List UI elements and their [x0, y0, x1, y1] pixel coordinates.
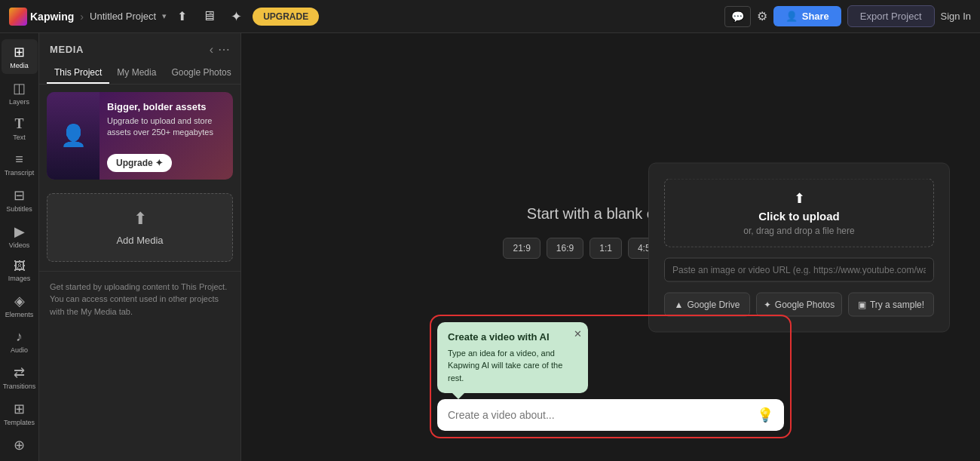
monitor-icon[interactable]: 🖥 [198, 5, 220, 27]
sidebar-item-transcript[interactable]: ≡ Transcript [2, 147, 38, 181]
add-media-label: Add Media [116, 235, 163, 246]
magic-wand-icon[interactable]: ✦ [226, 5, 247, 28]
upgrade-card: 👤 Bigger, bolder assets Upgrade to uploa… [47, 92, 233, 180]
templates-icon: ⊞ [14, 401, 25, 417]
sidebar-item-more[interactable]: ⊕ [2, 432, 38, 458]
ai-input-area: 💡 [437, 399, 784, 431]
google-drive-icon: ▲ [675, 299, 684, 309]
text-icon: T [14, 116, 23, 132]
share-label: Share [802, 11, 829, 22]
ai-bulb-button[interactable]: 💡 [757, 407, 773, 423]
sidebar-item-audio-label: Audio [11, 346, 28, 354]
aspect-btn-1-1[interactable]: 1:1 [590, 238, 622, 259]
panel-header: MEDIA ‹ ⋯ [39, 33, 240, 63]
sidebar-item-transitions-label: Transitions [3, 383, 36, 390]
media-panel: MEDIA ‹ ⋯ This Project My Media Google P… [39, 33, 241, 461]
project-name[interactable]: Untitled Project [90, 11, 156, 22]
more-icon: ⊕ [14, 437, 25, 453]
transcript-icon: ≡ [15, 152, 23, 167]
upgrade-card-content: Bigger, bolder assets Upgrade to upload … [100, 92, 233, 148]
videos-icon: ▶ [14, 223, 25, 240]
upgrade-card-image: 👤 [47, 92, 100, 180]
upload-dropzone[interactable]: ⬆ Click to upload or, drag and drop a fi… [664, 178, 934, 247]
sidebar-item-media-label: Media [10, 62, 29, 69]
upgrade-button[interactable]: UPGRADE [253, 8, 319, 26]
sidebar-item-templates-label: Templates [4, 419, 35, 426]
upload-title: Click to upload [758, 209, 840, 222]
ai-tooltip-desc: Type an idea for a video, and Kapwing AI… [448, 347, 577, 385]
panel-hint: Get started by uploading content to This… [39, 275, 240, 324]
try-sample-label: Try a sample! [870, 299, 924, 309]
url-input[interactable] [664, 257, 934, 281]
panel-tabs: This Project My Media Google Photos [39, 63, 240, 85]
sidebar-item-elements[interactable]: ◈ Elements [2, 288, 38, 323]
sidebar-item-layers-label: Layers [9, 98, 29, 106]
tab-google-photos[interactable]: Google Photos [164, 63, 238, 84]
upload-panel: ⬆ Click to upload or, drag and drop a fi… [648, 162, 950, 332]
aspect-btn-21-9[interactable]: 21:9 [503, 238, 540, 259]
aspect-btn-16-9[interactable]: 16:9 [547, 238, 583, 259]
sidebar-item-audio[interactable]: ♪ Audio [2, 324, 38, 358]
sidebar-item-subtitles-label: Subtitles [6, 205, 32, 213]
sidebar-item-transitions[interactable]: ⇄ Transitions [2, 360, 38, 395]
sidebar-item-videos-label: Videos [9, 241, 29, 249]
sidebar-item-text-label: Text [13, 134, 26, 141]
upload-icon: ⬆ [794, 189, 805, 206]
google-photos-button[interactable]: ✦ Google Photos [756, 292, 842, 316]
sidebar-item-text[interactable]: T Text [2, 112, 38, 146]
panel-more-button[interactable]: ⋯ [218, 42, 230, 57]
subtitles-icon: ⊟ [14, 187, 25, 204]
sidebar-item-transcript-label: Transcript [5, 169, 35, 177]
sidebar-item-subtitles[interactable]: ⊟ Subtitles [2, 183, 38, 217]
sidebar-item-images[interactable]: 🖼 Images [2, 255, 38, 287]
signin-button[interactable]: Sign In [941, 11, 971, 22]
try-sample-button[interactable]: ▣ Try a sample! [848, 292, 934, 316]
elements-icon: ◈ [14, 293, 25, 309]
ai-tooltip-arrow [452, 393, 464, 399]
upload-sources-row: ▲ Google Drive ✦ Google Photos ▣ Try a s… [664, 292, 934, 316]
share-button[interactable]: 👤 Share [773, 6, 841, 26]
ai-video-input[interactable] [448, 409, 751, 421]
google-photos-icon: ✦ [764, 299, 771, 309]
share-upload-icon[interactable]: ⬆ [173, 6, 191, 26]
ai-tooltip: ✕ Create a video with AI Type an idea fo… [437, 322, 588, 394]
panel-divider [39, 271, 240, 272]
ai-create-wrapper: ✕ Create a video with AI Type an idea fo… [430, 315, 792, 439]
panel-title: MEDIA [50, 44, 84, 55]
breadcrumb-sep: › [80, 11, 84, 23]
sidebar-item-templates[interactable]: ⊞ Templates [2, 396, 38, 431]
google-drive-label: Google Drive [687, 299, 740, 309]
add-media-button[interactable]: ⬆ Add Media [47, 193, 233, 262]
panel-collapse-button[interactable]: ‹ [210, 42, 213, 57]
sample-icon: ▣ [858, 299, 866, 309]
google-drive-button[interactable]: ▲ Google Drive [664, 292, 750, 316]
ai-tooltip-close-button[interactable]: ✕ [574, 328, 582, 340]
share-icon: 👤 [786, 11, 798, 22]
tab-this-project[interactable]: This Project [47, 63, 109, 84]
transitions-icon: ⇄ [14, 364, 25, 381]
logo-icon [9, 8, 27, 26]
topbar: Kapwing › Untitled Project ▾ ⬆ 🖥 ✦ UPGRA… [0, 0, 980, 33]
images-icon: 🖼 [14, 260, 26, 273]
main-layout: ⊞ Media ◫ Layers T Text ≡ Transcript ⊟ S… [0, 33, 980, 461]
sidebar-item-media[interactable]: ⊞ Media [2, 39, 38, 74]
upload-icon: ⬆ [133, 209, 147, 229]
upload-subtitle: or, drag and drop a file here [743, 225, 854, 235]
comment-button[interactable]: 💬 [724, 6, 751, 27]
sidebar-item-videos[interactable]: ▶ Videos [2, 219, 38, 254]
upgrade-card-button[interactable]: Upgrade ✦ [107, 154, 172, 172]
google-photos-label: Google Photos [775, 299, 835, 309]
settings-button[interactable]: ⚙ [757, 9, 767, 23]
tab-my-media[interactable]: My Media [109, 63, 164, 84]
export-button[interactable]: Export Project [847, 5, 935, 27]
audio-icon: ♪ [16, 329, 23, 345]
icon-sidebar: ⊞ Media ◫ Layers T Text ≡ Transcript ⊟ S… [0, 33, 39, 461]
layers-icon: ◫ [13, 80, 26, 97]
sidebar-item-layers[interactable]: ◫ Layers [2, 75, 38, 110]
canvas-area: Start with a blank canvas 21:9 16:9 1:1 … [241, 33, 980, 461]
app-logo[interactable]: Kapwing [9, 8, 74, 26]
sidebar-item-elements-label: Elements [5, 311, 34, 318]
media-icon: ⊞ [14, 44, 25, 60]
chevron-down-icon[interactable]: ▾ [162, 11, 167, 21]
panel-header-actions: ‹ ⋯ [210, 42, 230, 57]
